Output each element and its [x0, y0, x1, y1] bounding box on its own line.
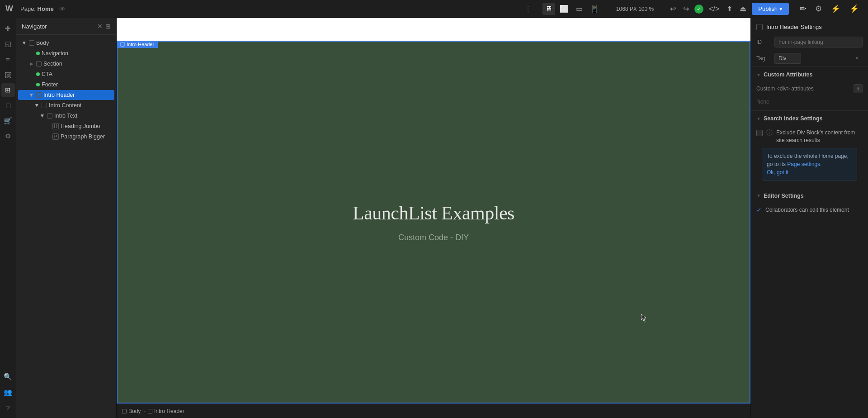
nav-item-intro-content[interactable]: ▶ Intro Content [18, 100, 114, 110]
cursor [641, 314, 646, 322]
custom-attrs-label: Custom <div> attributes [756, 86, 814, 92]
device-switcher: 🖥 ⬜ ▭ 📱 [542, 3, 602, 15]
nav-label-navigation: Navigation [42, 50, 111, 57]
nav-spacer-heading-jumbo [45, 124, 51, 129]
nav-label-intro-content: Intro Content [49, 102, 111, 109]
nav-item-intro-header[interactable]: ▶ Intro Header [18, 90, 114, 100]
search-index-text: Exclude Div Block's content from site se… [776, 129, 863, 144]
nav-item-intro-text[interactable]: ▶ Intro Text [18, 111, 114, 121]
navigator-grid-icon[interactable]: ⊞ [105, 23, 111, 30]
nav-label-footer: Footer [42, 81, 111, 88]
nav-checkbox-intro-header[interactable] [36, 92, 42, 98]
nav-expand-intro-content[interactable]: ▶ [34, 103, 40, 108]
style-panel-toggle[interactable]: ✏ [796, 2, 810, 15]
ok-got-it-link[interactable]: Ok, got it [767, 169, 788, 176]
nav-label-cta: CTA [42, 71, 111, 77]
nav-expand-section[interactable]: ▶ [29, 61, 34, 66]
page-settings-link[interactable]: Page settings [787, 161, 820, 167]
right-panel-tag-field: Tag Div Section Article Header Footer Na… [751, 50, 868, 66]
search-index-checkbox[interactable] [756, 130, 763, 136]
right-panel-tag-select[interactable]: Div Section Article Header Footer Nav Ma… [774, 53, 801, 64]
preview-icon[interactable]: 👁 [59, 5, 66, 13]
collaborators-label: Collaborators can edit this element [765, 207, 849, 213]
breadcrumb-body[interactable]: Body [122, 408, 141, 414]
navigator-tree: ▶ Body Navigation ▶ Section CTA [16, 35, 116, 418]
publish-button[interactable]: Publish ▾ [752, 3, 789, 15]
sidebar-icon-text[interactable]: ≡ [1, 52, 15, 66]
sidebar-icon-users[interactable]: 👥 [1, 385, 15, 399]
canvas-nav-strip [117, 18, 750, 41]
sidebar-icon-media[interactable]: 🖼 [1, 68, 15, 81]
canvas-label-checkbox [120, 42, 125, 47]
navigator-header: Navigator ✕ ⊞ [16, 18, 116, 35]
nav-dot-cta [36, 72, 40, 76]
sidebar-icon-add[interactable]: ✚ [1, 22, 15, 35]
right-panel-id-field: ID [751, 34, 868, 50]
navigator-close-icon[interactable]: ✕ [97, 23, 103, 30]
nav-expand-intro-header[interactable]: ▶ [29, 92, 34, 98]
code-view-button[interactable]: </> [707, 3, 721, 15]
nav-item-heading-jumbo[interactable]: H Heading Jumbo [18, 121, 114, 131]
nav-checkbox-body[interactable] [29, 40, 34, 46]
app-logo: W [5, 4, 13, 14]
more-options-icon[interactable]: ⋮ [524, 5, 532, 13]
bottom-breadcrumb-bar: Body › Intro Header [117, 404, 750, 418]
sidebar-icon-components[interactable]: ◻ [1, 99, 15, 112]
redo-button[interactable]: ↪ [681, 3, 691, 15]
sidebar-icon-settings[interactable]: ⚙ [1, 129, 15, 143]
search-index-row: ⓘ Exclude Div Block's content from site … [756, 129, 863, 144]
search-index-collapse-icon: ▼ [756, 116, 761, 121]
right-panel-element-checkbox[interactable] [756, 24, 763, 30]
nav-item-navigation[interactable]: Navigation [18, 48, 114, 58]
nav-expand-body[interactable]: ▶ [22, 40, 27, 46]
topbar-actions: ↩ ↪ ✓ </> ⬆ ⏏ Publish ▾ [668, 3, 789, 15]
canvas-subtitle: Custom Code - DIY [398, 233, 469, 242]
editor-settings-collapse-icon: ▼ [756, 193, 761, 198]
breadcrumb-body-label: Body [128, 408, 141, 414]
nav-item-section[interactable]: ▶ Section [18, 59, 114, 69]
nav-item-cta[interactable]: CTA [18, 69, 114, 79]
search-index-section-header[interactable]: ▼ Search Index Settings [751, 110, 868, 125]
settings-panel-toggle[interactable]: ⚙ [811, 2, 826, 15]
nav-spacer-navigation [29, 51, 34, 56]
eject-button[interactable]: ⏏ [738, 3, 748, 15]
export-button[interactable]: ⬆ [725, 3, 734, 15]
sidebar-icon-ecom[interactable]: 🛒 [1, 114, 15, 128]
nav-symbol-heading-jumbo: H [52, 123, 59, 129]
device-tablet-landscape-btn[interactable]: ⬜ [557, 3, 571, 15]
canvas-intro-header[interactable]: Intro Header LaunchList Examples Custom … [117, 41, 750, 404]
nav-expand-intro-text[interactable]: ▶ [40, 113, 45, 119]
device-mobile-btn[interactable]: 📱 [587, 3, 602, 15]
device-desktop-btn[interactable]: 🖥 [542, 3, 555, 15]
sidebar-icon-navigator[interactable]: ⊞ [1, 83, 15, 97]
nav-item-paragraph-bigger[interactable]: P Paragraph Bigger [18, 132, 114, 142]
sidebar-icon-help[interactable]: ? [1, 401, 15, 414]
right-panel-header: Intro Header Settings [751, 18, 868, 34]
nav-checkbox-intro-text[interactable] [47, 113, 52, 119]
interactions-panel-toggle[interactable]: ⚡ [827, 2, 844, 15]
cms-panel-toggle[interactable]: ⚡ [846, 2, 863, 15]
canvas-element-label: Intro Header [117, 41, 158, 48]
nav-checkbox-intro-content[interactable] [42, 103, 47, 108]
canvas-dimensions: 1068 PX 100 % [616, 6, 654, 12]
breadcrumb-intro-header[interactable]: Intro Header [148, 408, 184, 414]
topbar: W Page: Home 👁 ⋮ 🖥 ⬜ ▭ 📱 1068 PX 100 % ↩… [0, 0, 868, 18]
navigator-header-icons: ✕ ⊞ [97, 23, 111, 30]
sidebar-icon-search[interactable]: 🔍 [1, 370, 15, 384]
nav-dot-footer [36, 83, 40, 86]
undo-button[interactable]: ↩ [668, 3, 678, 15]
editor-settings-section-header[interactable]: ▼ Editor Settings [751, 188, 868, 203]
sidebar-icon-pages[interactable]: ◱ [1, 37, 15, 51]
search-index-title: Search Index Settings [764, 115, 823, 122]
nav-item-footer[interactable]: Footer [18, 80, 114, 90]
custom-attrs-add-button[interactable]: + [854, 84, 863, 93]
nav-checkbox-section[interactable] [36, 61, 42, 66]
publish-dropdown-icon[interactable]: ▾ [779, 5, 783, 12]
search-index-info-box: To exclude the whole Home page, go to it… [762, 148, 857, 180]
nav-item-body[interactable]: ▶ Body [18, 38, 114, 48]
custom-attributes-section-header[interactable]: ▼ Custom Attributes [751, 66, 868, 81]
custom-attributes-title: Custom Attributes [764, 71, 813, 78]
custom-attributes-collapse-icon: ▼ [756, 72, 761, 77]
right-panel-id-input[interactable] [774, 37, 863, 48]
device-tablet-btn[interactable]: ▭ [573, 3, 585, 15]
